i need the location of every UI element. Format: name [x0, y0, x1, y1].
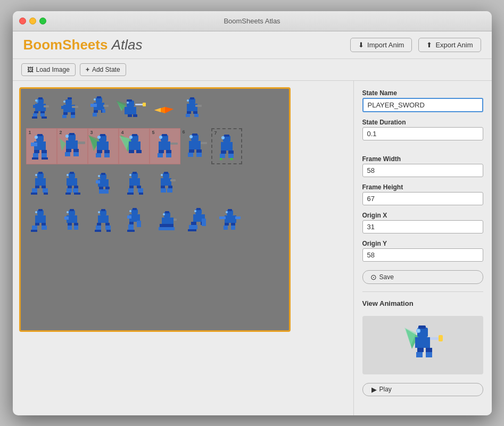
svg-rect-196 [106, 230, 111, 232]
svg-point-42 [127, 102, 129, 104]
frame-1[interactable]: 1 [26, 128, 57, 164]
main-window: BoomSheets Atlas BoomSheets Atlas Import… [13, 11, 492, 415]
svg-rect-8 [40, 113, 45, 116]
sprite-3-3[interactable] [89, 170, 118, 202]
maximize-button[interactable] [39, 18, 46, 24]
sprite-4-2[interactable] [57, 206, 87, 238]
svg-rect-210 [162, 218, 173, 224]
play-button[interactable]: ▶ Play [362, 383, 483, 396]
svg-rect-51 [193, 111, 197, 114]
svg-rect-41 [143, 103, 146, 106]
svg-rect-123 [38, 172, 43, 174]
svg-rect-115 [221, 151, 226, 154]
svg-rect-205 [137, 221, 141, 227]
frame-6[interactable]: 6 [180, 128, 211, 164]
state-name-input[interactable] [362, 98, 483, 112]
sprite-row-4 [26, 206, 284, 238]
import-anim-button[interactable]: Import Anim [350, 38, 412, 52]
svg-point-178 [35, 211, 37, 213]
svg-rect-139 [65, 193, 71, 195]
svg-rect-195 [95, 230, 101, 232]
frame-label-2: 2 [60, 130, 62, 135]
sprite-1-1[interactable] [26, 94, 55, 126]
svg-point-65 [35, 136, 38, 139]
load-image-button[interactable]: Load Image [21, 63, 76, 76]
sprite-1-4[interactable] [114, 94, 148, 126]
svg-rect-38 [128, 114, 132, 117]
svg-rect-126 [42, 186, 46, 188]
sprite-canvas[interactable]: 1 [19, 87, 291, 332]
svg-rect-68 [66, 140, 78, 149]
svg-rect-159 [139, 193, 143, 195]
svg-rect-222 [188, 229, 196, 231]
sprite-1-6[interactable] [178, 94, 207, 126]
upload-icon [426, 41, 432, 49]
sprite-4-1[interactable] [26, 206, 55, 238]
origin-y-input[interactable] [362, 248, 483, 262]
frame-3[interactable]: 3 [88, 128, 119, 164]
svg-rect-4 [33, 105, 38, 108]
save-button[interactable]: ⊙ Save [362, 270, 483, 284]
svg-rect-153 [129, 178, 140, 186]
frame-height-input[interactable] [362, 192, 483, 205]
window-title: BoomSheets Atlas [224, 17, 280, 25]
svg-rect-172 [35, 215, 46, 223]
sprite-row-3 [26, 170, 284, 202]
sprite-1-3[interactable] [85, 94, 114, 126]
svg-rect-52 [186, 114, 190, 117]
close-button[interactable] [19, 18, 26, 24]
origin-x-group: Origin X [362, 212, 483, 233]
origin-x-input[interactable] [362, 220, 483, 233]
frame-5[interactable]: 5 [150, 128, 180, 164]
divider [362, 291, 483, 292]
canvas-area[interactable]: 1 [13, 81, 353, 415]
svg-rect-180 [70, 209, 74, 211]
sprite-1-2[interactable] [55, 94, 85, 126]
svg-rect-107 [189, 149, 194, 153]
svg-rect-155 [137, 186, 141, 188]
sprite-3-4[interactable] [120, 170, 150, 202]
svg-rect-30 [102, 109, 105, 113]
state-duration-input[interactable] [362, 127, 483, 140]
titlebar: BoomSheets Atlas [13, 11, 492, 31]
svg-rect-89 [132, 134, 137, 136]
frame-width-group: Frame Width [362, 155, 483, 177]
logo-boomsheets: BoomSheets [23, 37, 108, 53]
sprite-4-6[interactable] [183, 206, 212, 238]
sprite-3-5[interactable] [152, 170, 181, 202]
svg-marker-45 [165, 107, 173, 113]
sprite-4-3[interactable] [89, 206, 118, 238]
sprite-3-2[interactable] [57, 170, 87, 202]
frame-width-input[interactable] [362, 164, 483, 177]
svg-rect-27 [94, 110, 98, 113]
svg-rect-63 [32, 157, 38, 160]
svg-rect-246 [439, 335, 443, 341]
sprite-3-1[interactable] [26, 170, 55, 202]
sprite-4-5[interactable] [152, 206, 181, 238]
svg-rect-226 [225, 215, 236, 223]
svg-rect-128 [43, 188, 48, 193]
svg-point-187 [67, 211, 69, 213]
svg-rect-135 [68, 186, 72, 188]
svg-rect-189 [101, 209, 105, 211]
app-header: BoomSheets Atlas Import Anim Export Anim [13, 31, 492, 59]
svg-rect-225 [228, 209, 232, 211]
svg-rect-171 [38, 209, 43, 211]
frame-2[interactable]: 2 [57, 128, 88, 164]
svg-rect-190 [98, 215, 109, 223]
frame-4[interactable]: 4 [119, 128, 150, 164]
svg-rect-241 [416, 352, 423, 357]
svg-rect-90 [129, 141, 141, 150]
svg-rect-18 [71, 112, 75, 115]
svg-rect-125 [35, 186, 39, 188]
frame-7[interactable]: 7 [211, 128, 242, 164]
export-anim-button[interactable]: Export Anim [418, 38, 481, 52]
add-state-button[interactable]: Add State [80, 63, 126, 76]
sprite-4-7[interactable] [214, 206, 244, 238]
svg-rect-36 [127, 99, 132, 102]
sprite-4-4[interactable] [120, 206, 150, 238]
svg-rect-73 [73, 152, 79, 156]
svg-rect-228 [235, 216, 241, 219]
minimize-button[interactable] [29, 18, 36, 24]
sprite-1-5[interactable] [148, 94, 178, 126]
